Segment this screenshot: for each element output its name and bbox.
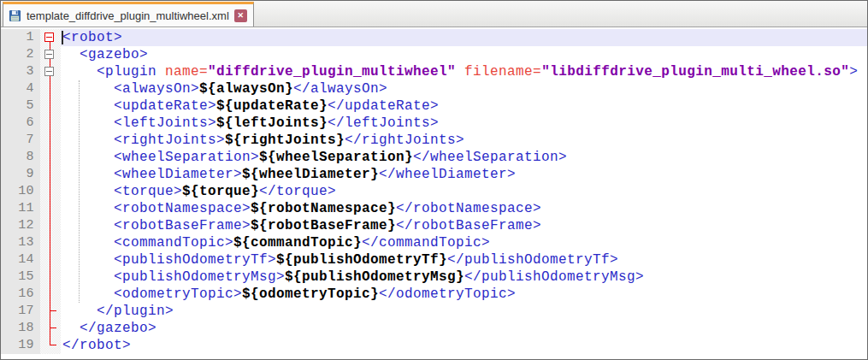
line-number[interactable]: 4 (1, 80, 40, 97)
token-attr: name= (165, 64, 208, 80)
text-caret (62, 31, 63, 44)
fold-line (50, 234, 50, 251)
fold-margin (40, 251, 61, 269)
fold-margin (40, 303, 61, 320)
code-text[interactable]: <commandTopic>${commandTopic}</commandTo… (61, 234, 867, 251)
token-tag: <publishOdometryMsg> (62, 269, 285, 285)
code-text[interactable]: <plugin name="diffdrive_plugin_multiwhee… (61, 63, 867, 80)
line-number[interactable]: 14 (1, 251, 40, 269)
line-number[interactable]: 9 (1, 166, 40, 183)
fold-margin (40, 234, 61, 251)
close-tab-icon[interactable]: ✕ (234, 9, 247, 22)
fold-margin (40, 200, 61, 217)
line-number[interactable]: 13 (1, 234, 40, 251)
token-tag: <odometryTopic> (62, 286, 242, 302)
fold-line (50, 303, 50, 320)
code-text[interactable]: </gazebo> (61, 320, 867, 337)
token-var: ${updateRate} (216, 98, 328, 114)
code-line: 14 <publishOdometryTf>${publishOdometryT… (1, 251, 867, 269)
token-tag: <plugin (62, 64, 165, 80)
code-line: 15 <publishOdometryMsg>${publishOdometry… (1, 269, 867, 286)
token-tag: </torque> (259, 184, 336, 199)
code-text[interactable]: <torque>${torque}</torque> (61, 183, 867, 200)
fold-margin (40, 217, 61, 234)
fold-margin (40, 166, 61, 183)
code-text[interactable]: <leftJoints>${leftJoints}</leftJoints> (61, 115, 867, 132)
fold-margin (40, 183, 61, 200)
code-text[interactable]: <alwaysOn>${alwaysOn}</alwaysOn> (61, 80, 867, 97)
fold-line (50, 80, 50, 97)
tab-title: template_diffdrive_plugin_multiwheel.xml (27, 9, 229, 22)
line-number[interactable]: 10 (1, 183, 40, 200)
code-text[interactable]: <wheelSeparation>${wheelSeparation}</whe… (61, 149, 867, 166)
token-var: ${wheelSeparation} (259, 150, 413, 165)
fold-toggle-icon[interactable] (44, 50, 54, 59)
token-var: ${commandTopic} (233, 235, 362, 251)
code-text[interactable]: </plugin> (61, 303, 867, 320)
line-number[interactable]: 12 (1, 217, 40, 234)
fold-margin (40, 97, 61, 115)
code-text[interactable]: <robot> (61, 29, 867, 46)
code-text[interactable]: <wheelDiameter>${wheelDiameter}</wheelDi… (61, 166, 867, 183)
line-number[interactable]: 7 (1, 132, 40, 149)
token-plain (456, 64, 464, 80)
token-tag: </wheelDiameter> (379, 167, 516, 182)
fold-toggle-icon[interactable] (44, 67, 54, 76)
line-number[interactable]: 1 (1, 29, 40, 46)
code-line: 13 <commandTopic>${commandTopic}</comman… (1, 234, 867, 251)
fold-margin (40, 46, 61, 63)
token-tag: <robotNamespace> (62, 201, 251, 216)
line-number[interactable]: 18 (1, 320, 40, 337)
line-number[interactable]: 11 (1, 200, 40, 217)
line-number[interactable]: 8 (1, 149, 40, 166)
token-tag: <commandTopic> (62, 235, 233, 251)
line-number[interactable]: 16 (1, 286, 40, 303)
line-number[interactable]: 17 (1, 303, 40, 320)
token-var: ${publishOdometryMsg} (285, 269, 464, 285)
line-number[interactable]: 19 (1, 337, 40, 354)
line-number[interactable]: 3 (1, 63, 40, 80)
code-line: 6 <leftJoints>${leftJoints}</leftJoints> (1, 115, 867, 132)
code-text[interactable]: <updateRate>${updateRate}</updateRate> (61, 97, 867, 115)
token-tag: <gazebo> (62, 47, 148, 62)
code-text[interactable]: </robot> (61, 337, 867, 354)
line-number[interactable]: 15 (1, 269, 40, 286)
code-line: 19</robot> (1, 337, 867, 354)
editor-window: template_diffdrive_plugin_multiwheel.xml… (0, 0, 868, 360)
fold-margin (40, 115, 61, 132)
token-tag: </leftJoints> (328, 115, 439, 131)
code-area: 1<robot>2 <gazebo>3 <plugin name="diffdr… (1, 29, 867, 354)
fold-margin (40, 286, 61, 303)
tab-template-diffdrive-xml[interactable]: template_diffdrive_plugin_multiwheel.xml… (3, 2, 254, 27)
line-number[interactable]: 6 (1, 115, 40, 132)
fold-tail-tick (50, 328, 56, 328)
token-val: "libdiffdrive_plugin_multi_wheel.so" (541, 64, 849, 80)
fold-line (50, 286, 50, 303)
fold-tail-tick (50, 310, 56, 311)
token-var: ${publishOdometryTf} (276, 252, 447, 268)
token-tag: </plugin> (62, 304, 174, 319)
code-text[interactable]: <publishOdometryMsg>${publishOdometryMsg… (61, 269, 867, 286)
code-text[interactable]: <robotNamespace>${robotNamespace}</robot… (61, 200, 867, 217)
code-editor: 1<robot>2 <gazebo>3 <plugin name="diffdr… (1, 27, 867, 360)
code-text[interactable]: <gazebo> (61, 46, 867, 63)
fold-line (50, 251, 50, 269)
fold-tail-tick (50, 345, 56, 345)
token-tag: <wheelSeparation> (62, 150, 259, 165)
fold-margin (40, 80, 61, 97)
code-line: 9 <wheelDiameter>${wheelDiameter}</wheel… (1, 166, 867, 183)
tab-bar: template_diffdrive_plugin_multiwheel.xml… (1, 1, 867, 27)
code-text[interactable]: <publishOdometryTf>${publishOdometryTf}<… (61, 251, 867, 269)
line-number[interactable]: 5 (1, 97, 40, 115)
token-attr: filename= (464, 64, 541, 80)
code-text[interactable]: <odometryTopic>${odometryTopic}</odometr… (61, 286, 867, 303)
code-line: 7 <rightJoints>${rightJoints}</rightJoin… (1, 132, 867, 149)
fold-margin (40, 149, 61, 166)
code-text[interactable]: <robotBaseFrame>${robotBaseFrame}</robot… (61, 217, 867, 234)
code-text[interactable]: <rightJoints>${rightJoints}</rightJoints… (61, 132, 867, 149)
line-number[interactable]: 2 (1, 46, 40, 63)
token-tag: <alwaysOn> (62, 81, 199, 97)
fold-line (50, 320, 50, 337)
fold-margin (40, 29, 61, 46)
fold-toggle-icon[interactable] (44, 32, 54, 42)
